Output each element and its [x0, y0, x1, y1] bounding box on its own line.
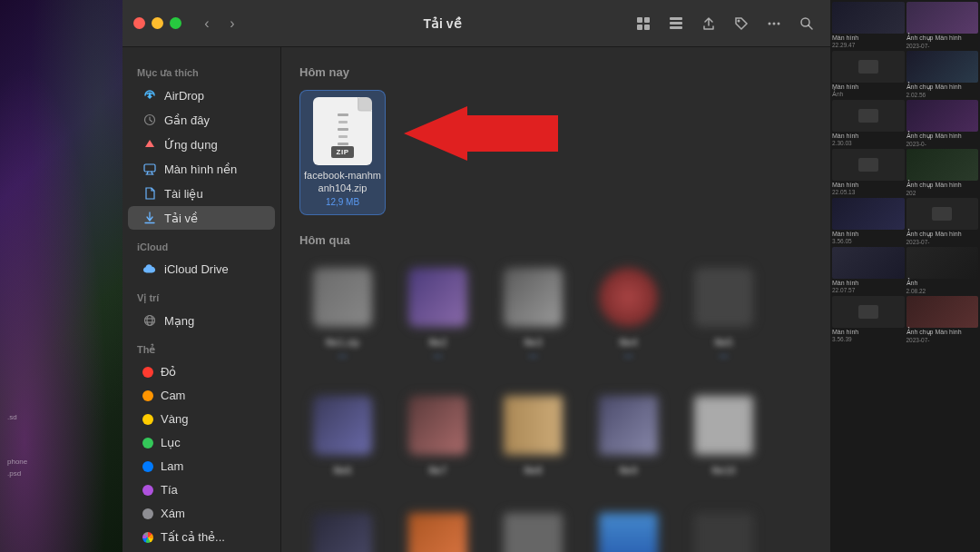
right-label-6b: 2023-0-: [906, 141, 979, 147]
right-cell-3: Màn hình Ảnh: [832, 51, 905, 98]
zip-type-label: ZIP: [331, 146, 355, 158]
right-thumb-6: [906, 100, 979, 132]
tag-dot-gray: [142, 508, 153, 519]
svg-line-12: [808, 25, 812, 29]
sidebar-item-tag-orange[interactable]: Cam: [128, 384, 275, 407]
sidebar-item-tag-blue[interactable]: Lam: [128, 455, 275, 478]
tag-green-label: Lục: [161, 436, 181, 449]
right-label-5b: 2.30.03: [832, 140, 905, 146]
file-item-blurred-7[interactable]: file7: [395, 386, 481, 484]
svg-rect-2: [637, 25, 642, 30]
share-button[interactable]: [696, 11, 721, 36]
recent-icon: [142, 113, 157, 127]
sidebar-item-recent[interactable]: Gần đây: [128, 108, 275, 132]
forward-button[interactable]: ›: [221, 13, 243, 34]
apps-icon: [142, 137, 157, 152]
sidebar-item-tag-purple[interactable]: Tía: [128, 478, 275, 501]
icloud-label: iCloud Drive: [164, 262, 229, 276]
right-thumb-2: [906, 2, 979, 34]
tag-red-label: Đỏ: [161, 365, 176, 379]
sidebar-item-downloads[interactable]: Tải về: [128, 206, 275, 230]
file-item-blurred-1[interactable]: file1.zip —: [299, 258, 386, 368]
file-item-blurred-6[interactable]: file6: [299, 386, 386, 484]
file-item-blurred-10[interactable]: file10: [681, 386, 767, 484]
file-item-blurred-13[interactable]: file13: [490, 502, 576, 552]
file-item-blurred-4[interactable]: file4 —: [585, 258, 671, 368]
right-cell-11: Màn hình 22.07.57: [832, 247, 905, 294]
minimize-button[interactable]: [152, 17, 163, 29]
file-item-blurred-5[interactable]: file5 —: [681, 258, 767, 368]
traffic-lights: [133, 17, 181, 29]
right-cell-5: Màn hình 2.30.03: [832, 100, 905, 147]
sidebar-item-icloud[interactable]: iCloud Drive: [128, 257, 275, 281]
file-item-zip[interactable]: ZIP facebook-manhmanh104.zip 12,9 MB: [299, 90, 386, 215]
view-list-button[interactable]: [663, 11, 689, 36]
search-button[interactable]: [794, 11, 819, 36]
right-label-4a: Ảnh chụp Màn hình: [906, 84, 979, 91]
svg-rect-4: [670, 17, 682, 20]
back-button[interactable]: ‹: [196, 13, 218, 34]
right-cell-10: Ảnh chụp Màn hình 2023-07-: [906, 198, 979, 245]
sidebar: Mục ưa thích AirDrop: [122, 47, 281, 552]
right-thumb-5: [832, 100, 905, 132]
sidebar-item-airdrop[interactable]: AirDrop: [128, 84, 275, 107]
tag-dot-all: [142, 532, 153, 543]
fullscreen-button[interactable]: [170, 17, 181, 29]
right-thumb-12: [906, 247, 979, 279]
sidebar-item-tag-gray[interactable]: Xám: [128, 502, 275, 525]
sidebar-item-docs[interactable]: Tài liệu: [128, 182, 275, 205]
sidebar-item-tag-red[interactable]: Đỏ: [128, 360, 275, 383]
more-button[interactable]: [761, 11, 787, 36]
file-size: 12,9 MB: [326, 197, 359, 207]
recent-label: Gần đây: [164, 113, 210, 127]
right-label-4b: 2.02.56: [906, 92, 979, 98]
file-item-blurred-3[interactable]: file3 —: [490, 258, 576, 368]
airdrop-label: AirDrop: [164, 89, 204, 103]
desktop-label: Màn hình nền: [164, 163, 237, 176]
blurred-icon-6: [310, 393, 376, 458]
tag-gray-label: Xám: [161, 507, 185, 520]
right-label-8a: Ảnh chụp Màn hình: [906, 182, 979, 189]
right-thumb-11: [832, 247, 905, 279]
file-item-blurred-8[interactable]: file8: [490, 386, 576, 484]
sidebar-item-apps[interactable]: Ứng dụng: [128, 133, 275, 156]
blurred-icon-9: [596, 393, 662, 458]
right-label-12a: Ảnh: [906, 280, 979, 287]
sidebar-item-desktop[interactable]: Màn hình nền: [128, 157, 275, 181]
yesterday-section-header: Hôm qua: [299, 233, 812, 247]
tag-blue-label: Lam: [161, 459, 183, 473]
right-label-2b: 2023-07-: [906, 43, 979, 49]
file-item-blurred-14[interactable]: file14: [585, 502, 671, 552]
right-thumb-3: [832, 51, 905, 83]
tags-header: Thẻ: [122, 333, 280, 360]
svg-marker-24: [404, 106, 558, 161]
file-item-blurred-12[interactable]: file12: [395, 502, 481, 552]
toolbar-right: [631, 11, 819, 36]
close-button[interactable]: [133, 17, 145, 29]
network-icon: [142, 313, 157, 328]
right-label-11b: 22.07.57: [832, 287, 905, 293]
svg-rect-1: [644, 17, 650, 23]
file-name: facebook-manhmanh104.zip: [304, 169, 381, 195]
right-label-14a: Ảnh chụp Màn hình: [906, 329, 979, 336]
blurred-icon-1: [310, 265, 376, 330]
sidebar-item-tag-all[interactable]: Tất cả thẻ...: [128, 526, 275, 548]
blurred-icon-2: [406, 265, 471, 330]
sidebar-item-tag-green[interactable]: Lục: [128, 431, 275, 454]
today-file-grid: ZIP facebook-manhmanh104.zip 12,9 MB: [299, 90, 812, 215]
file-item-blurred-9[interactable]: file9: [585, 386, 671, 484]
tag-button[interactable]: [729, 11, 754, 36]
right-cell-12: Ảnh 2.08.22: [906, 247, 979, 294]
view-grid-button[interactable]: [631, 11, 656, 36]
file-item-blurred-2[interactable]: file2 —: [395, 258, 481, 368]
sidebar-item-network[interactable]: Mạng: [128, 309, 275, 332]
sidebar-item-tag-yellow[interactable]: Vàng: [128, 408, 275, 430]
blurred-icon-15: [691, 509, 757, 552]
apps-label: Ứng dụng: [164, 138, 218, 152]
blurred-icon-4: [596, 265, 662, 330]
file-item-blurred-15[interactable]: file15: [681, 502, 767, 552]
file-item-blurred-11[interactable]: file11: [299, 502, 386, 552]
svg-rect-14: [144, 164, 155, 172]
right-label-11a: Màn hình: [832, 280, 905, 286]
svg-rect-5: [670, 22, 682, 25]
